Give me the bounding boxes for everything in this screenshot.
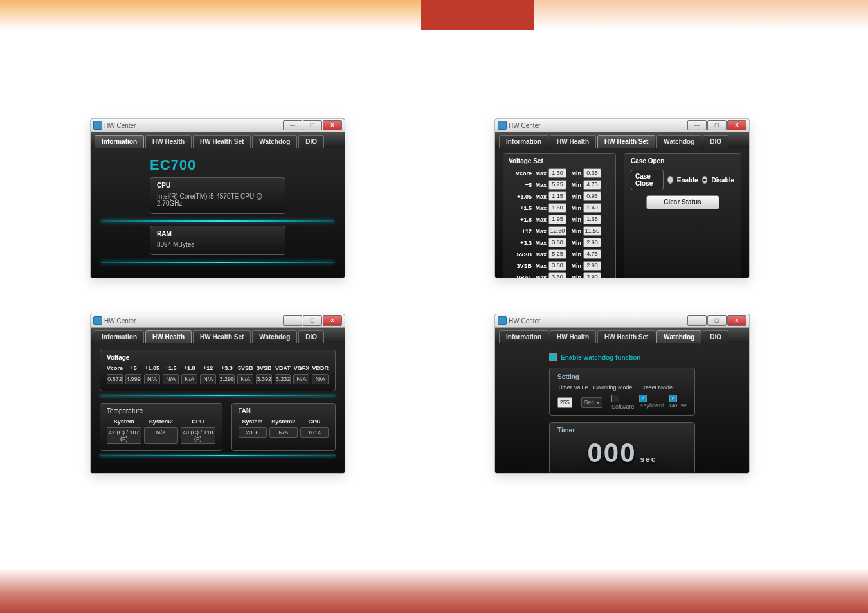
voltage-value: 3.232 — [275, 374, 291, 384]
vset-max-input[interactable]: 3.60 — [548, 261, 566, 271]
tab-information[interactable]: Information — [95, 330, 144, 343]
reset-mode-option[interactable]: Keyboard — [639, 395, 664, 410]
voltage-col-header: VGFX — [293, 365, 309, 371]
vset-min-input[interactable]: 2.90 — [583, 261, 601, 271]
case-enable-radio[interactable] — [667, 176, 673, 184]
minimize-button[interactable]: — — [687, 120, 707, 130]
voltage-value: N/A — [181, 374, 197, 384]
case-disable-radio[interactable] — [702, 176, 708, 184]
vset-min-label: Min — [568, 217, 581, 223]
tab-hw-health[interactable]: HW Health — [550, 330, 596, 343]
reset-mode-checkbox[interactable] — [669, 395, 677, 402]
voltage-value: 3.296 — [219, 374, 235, 384]
tab-dio[interactable]: DIO — [298, 135, 324, 148]
voltage-col-header: Vcore — [107, 365, 123, 371]
vset-min-input[interactable]: 0.95 — [583, 191, 601, 201]
voltage-col-header: +3.3 — [219, 365, 235, 371]
timer-panel: Timer 000sec — [549, 422, 695, 474]
counting-mode-select[interactable]: Sec — [581, 397, 602, 408]
window-title: HW Center — [509, 317, 540, 324]
tab-watchdog[interactable]: Watchdog — [252, 330, 297, 343]
tab-watchdog[interactable]: Watchdog — [656, 135, 701, 148]
fan-col-header: System — [239, 418, 267, 425]
maximize-button[interactable]: ▢ — [707, 120, 727, 130]
vset-min-input[interactable]: 1.40 — [583, 203, 601, 213]
vset-max-input[interactable]: 5.25 — [548, 180, 566, 190]
vset-max-input[interactable]: 3.60 — [548, 272, 566, 278]
ram-value: 8094 MBytes — [157, 241, 278, 248]
tab-information[interactable]: Information — [499, 330, 548, 343]
tab-hw-health-set[interactable]: HW Health Set — [597, 330, 655, 343]
tab-bar: Information HW Health HW Health Set Watc… — [91, 132, 345, 148]
voltage-value: N/A — [237, 374, 253, 384]
tab-information[interactable]: Information — [95, 135, 144, 148]
page-top-gradient — [0, 0, 868, 30]
voltage-panel: Voltage Vcore+5+1.05+1.5+1.8+12+3.35VSB3… — [100, 350, 336, 391]
reset-mode-checkbox[interactable] — [611, 395, 619, 402]
tab-information[interactable]: Information — [499, 135, 548, 148]
close-button[interactable]: X — [323, 315, 342, 326]
vset-min-input[interactable]: 2.90 — [583, 272, 601, 278]
vset-min-label: Min — [568, 251, 581, 258]
tab-watchdog[interactable]: Watchdog — [252, 135, 297, 148]
voltage-set-row: 3VSBMax3.60Min2.90 — [509, 261, 610, 271]
vset-max-input[interactable]: 1.30 — [548, 168, 566, 178]
vset-max-input[interactable]: 5.25 — [548, 249, 566, 259]
tab-hw-health[interactable]: HW Health — [145, 330, 192, 343]
tab-watchdog[interactable]: Watchdog — [656, 330, 701, 343]
close-button[interactable]: X — [323, 120, 342, 130]
app-icon — [93, 316, 102, 325]
vset-min-input[interactable]: 0.35 — [583, 168, 601, 178]
voltage-col-header: VDDR — [312, 365, 329, 371]
temp-col-header: CPU — [181, 418, 215, 425]
clear-status-button[interactable]: Clear Status — [646, 195, 719, 209]
ram-panel-title: RAM — [157, 230, 278, 237]
voltage-set-row: VcoreMax1.30Min0.35 — [509, 168, 610, 178]
tab-dio[interactable]: DIO — [703, 135, 728, 148]
vset-max-input[interactable]: 12.50 — [548, 226, 566, 236]
vset-max-input[interactable]: 3.60 — [548, 238, 566, 247]
reset-mode-checkbox[interactable] — [639, 395, 647, 402]
vset-max-label: Max — [534, 182, 547, 188]
vset-max-input[interactable]: 1.15 — [548, 191, 566, 201]
vset-min-input[interactable]: 2.90 — [583, 238, 601, 247]
close-button[interactable]: X — [727, 120, 746, 130]
reset-mode-option[interactable]: Software — [611, 395, 635, 410]
voltage-set-row: +5Max5.25Min4.75 — [509, 180, 610, 190]
minimize-button[interactable]: — — [283, 315, 302, 326]
vset-min-input[interactable]: 11.50 — [583, 226, 601, 236]
tab-hw-health[interactable]: HW Health — [145, 135, 192, 148]
tab-dio[interactable]: DIO — [703, 330, 728, 343]
vset-max-label: Max — [534, 228, 547, 235]
enable-label: Enable — [677, 177, 698, 184]
tab-dio[interactable]: DIO — [298, 330, 324, 343]
tab-hw-health-set[interactable]: HW Health Set — [597, 135, 655, 148]
maximize-button[interactable]: ▢ — [707, 315, 727, 326]
maximize-button[interactable]: ▢ — [303, 120, 322, 130]
vset-min-input[interactable]: 4.75 — [583, 249, 601, 259]
vset-min-label: Min — [568, 274, 581, 279]
reset-mode-option[interactable]: Mouse — [669, 395, 687, 410]
minimize-button[interactable]: — — [687, 315, 707, 326]
enable-watchdog-checkbox[interactable] — [549, 353, 557, 361]
close-button[interactable]: X — [727, 315, 746, 326]
vset-min-input[interactable]: 4.75 — [583, 180, 601, 190]
voltage-value: 3.392 — [256, 374, 272, 384]
fan-title: FAN — [239, 407, 329, 414]
tab-hw-health-set[interactable]: HW Health Set — [193, 135, 251, 148]
timer-value-label: Timer Value — [557, 384, 588, 391]
voltage-col-header: +1.5 — [163, 365, 179, 371]
maximize-button[interactable]: ▢ — [303, 315, 322, 326]
voltage-col-header: 5VSB — [237, 365, 253, 371]
timer-unit: sec — [640, 455, 657, 464]
vset-rail-name: +1.8 — [509, 217, 532, 223]
vset-min-label: Min — [568, 182, 581, 188]
temp-value: 48 (C) / 118 (F) — [181, 427, 215, 444]
vset-max-input[interactable]: 1.95 — [548, 215, 566, 224]
vset-min-input[interactable]: 1.65 — [583, 215, 601, 224]
timer-value-input[interactable]: 255 — [557, 397, 572, 408]
vset-max-input[interactable]: 1.60 — [548, 203, 566, 213]
tab-hw-health[interactable]: HW Health — [550, 135, 596, 148]
tab-hw-health-set[interactable]: HW Health Set — [193, 330, 251, 343]
minimize-button[interactable]: — — [283, 120, 302, 130]
